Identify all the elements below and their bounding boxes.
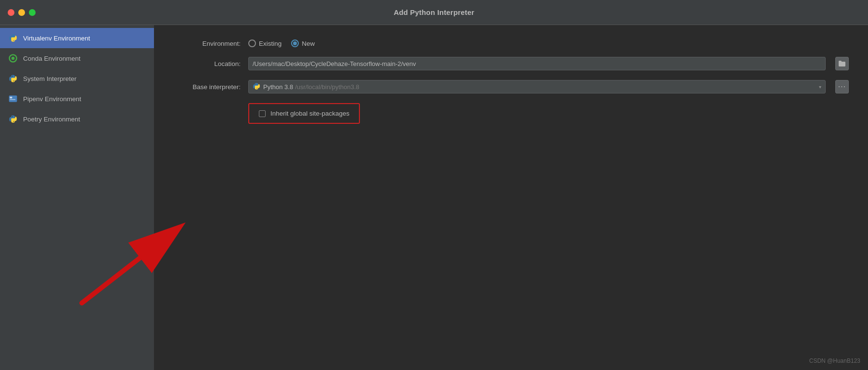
chevron-down-icon: ▾ — [819, 84, 821, 90]
base-interpreter-name: Python 3.8 — [263, 83, 293, 91]
minimize-button[interactable] — [18, 9, 25, 16]
dialog-title: Add Python Interpreter — [394, 8, 474, 16]
folder-icon — [838, 60, 846, 67]
python-dropdown-icon — [253, 82, 260, 92]
titlebar: Add Python Interpreter — [0, 0, 868, 25]
existing-radio-circle[interactable] — [248, 40, 256, 47]
sidebar-item-virtualenv[interactable]: Virtualenv Environment — [0, 28, 154, 48]
base-interpreter-row: Base interpreter: Python 3.8/usr/local/b… — [173, 80, 849, 93]
svg-rect-4 — [10, 99, 15, 100]
location-input[interactable] — [253, 60, 821, 67]
sidebar-item-poetry[interactable]: Poetry Environment — [0, 109, 154, 129]
system-icon — [8, 73, 18, 84]
base-interpreter-dropdown[interactable]: Python 3.8/usr/local/bin/python3.8 ▾ — [248, 80, 826, 93]
close-button[interactable] — [8, 9, 14, 16]
base-interpreter-path: /usr/local/bin/python3.8 — [295, 83, 359, 91]
new-radio-circle[interactable] — [291, 40, 299, 47]
location-folder-button[interactable] — [835, 57, 849, 70]
more-options-button[interactable]: ··· — [835, 80, 849, 93]
location-row: Location: — [173, 57, 849, 70]
svg-point-1 — [12, 57, 15, 60]
inherit-packages-label: Inherit global site-packages — [270, 110, 349, 117]
virtualenv-icon — [8, 33, 18, 43]
inherit-packages-checkbox[interactable] — [259, 110, 266, 117]
content-area: Environment: Existing New Location: — [154, 25, 868, 370]
location-label: Location: — [173, 60, 241, 67]
existing-radio-option[interactable]: Existing — [248, 40, 281, 47]
sidebar: Virtualenv Environment Conda Environment… — [0, 25, 154, 370]
window-controls — [8, 9, 36, 16]
pipenv-icon — [8, 93, 18, 104]
svg-rect-2 — [9, 95, 17, 102]
sidebar-virtualenv-label: Virtualenv Environment — [23, 35, 90, 42]
watermark: CSDN @HuanB123 — [809, 357, 860, 364]
main-layout: Virtualenv Environment Conda Environment… — [0, 25, 868, 370]
sidebar-item-conda[interactable]: Conda Environment — [0, 48, 154, 68]
environment-label: Environment: — [173, 40, 241, 47]
sidebar-system-label: System Interpreter — [23, 75, 77, 82]
new-radio-label: New — [302, 40, 315, 47]
sidebar-pipenv-label: Pipenv Environment — [23, 95, 81, 103]
maximize-button[interactable] — [29, 9, 36, 16]
environment-row: Environment: Existing New — [173, 40, 849, 47]
new-radio-option[interactable]: New — [291, 40, 315, 47]
inherit-packages-area: Inherit global site-packages — [248, 103, 360, 124]
base-interpreter-label: Base interpreter: — [173, 83, 241, 91]
conda-icon — [8, 53, 18, 64]
sidebar-poetry-label: Poetry Environment — [23, 116, 80, 123]
poetry-icon — [8, 114, 18, 124]
svg-rect-3 — [10, 97, 12, 98]
sidebar-item-pipenv[interactable]: Pipenv Environment — [0, 89, 154, 109]
existing-radio-label: Existing — [259, 40, 281, 47]
base-interpreter-text: Python 3.8/usr/local/bin/python3.8 — [263, 83, 819, 91]
environment-radio-group: Existing New — [248, 40, 315, 47]
sidebar-item-system[interactable]: System Interpreter — [0, 68, 154, 89]
sidebar-conda-label: Conda Environment — [23, 55, 80, 62]
more-icon: ··· — [838, 82, 846, 91]
location-input-wrapper — [248, 57, 826, 70]
